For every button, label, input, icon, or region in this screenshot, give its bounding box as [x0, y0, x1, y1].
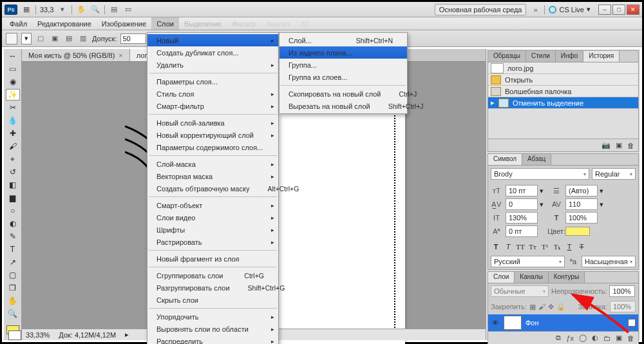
menu-item-align[interactable]: Выровнять слои по области▸ — [147, 323, 278, 335]
tool-lasso[interactable]: ◉ — [6, 76, 20, 88]
group-icon[interactable]: 🗀 — [603, 334, 611, 342]
close-icon[interactable]: × — [118, 52, 122, 59]
menu-select[interactable]: Выделение — [179, 17, 227, 30]
font-style-dropdown[interactable]: Regular▾ — [592, 168, 636, 180]
fx-icon[interactable]: ƒx — [566, 334, 574, 342]
underline-button[interactable]: T — [564, 242, 574, 252]
bold-button[interactable]: T — [491, 242, 501, 252]
status-zoom[interactable]: 33,33% — [26, 331, 50, 339]
chevron-down-icon[interactable]: ▾ — [57, 5, 68, 15]
leading-input[interactable]: (Авто) — [565, 185, 598, 196]
tab-paths[interactable]: Контуры — [549, 272, 585, 283]
doc-tab-0[interactable]: Моя кисть @ 50% (RGB/8)× — [22, 49, 130, 61]
text-color-swatch[interactable] — [565, 227, 590, 236]
adjustment-icon[interactable]: ◐ — [592, 334, 598, 342]
workspace-more-icon[interactable]: » — [530, 5, 540, 15]
menu-item-rasterize[interactable]: Растрировать▸ — [147, 236, 278, 248]
tab-character[interactable]: Символ — [488, 154, 522, 165]
baseline-input[interactable]: 0 пт — [506, 225, 538, 237]
tool-history-brush[interactable]: ↺ — [6, 166, 20, 178]
tool-marquee[interactable]: ▭ — [6, 63, 20, 75]
font-size-input[interactable]: 10 пт — [506, 185, 538, 196]
cs-live-button[interactable]: CS Live ▾ — [549, 5, 591, 14]
menu-image[interactable]: Изображение — [97, 17, 151, 30]
menu-item-group-layers[interactable]: Сгруппировать слоиCtrl+G — [147, 269, 278, 282]
vscale-input[interactable]: 130% — [506, 212, 538, 224]
allcaps-button[interactable]: TT — [515, 242, 526, 252]
tool-preset-dropdown[interactable]: ▾ — [21, 33, 32, 44]
menu-item-fill-layer[interactable]: Новый слой-заливка▸ — [147, 117, 278, 129]
strike-button[interactable]: T — [576, 242, 587, 252]
submenu-item-cut-to-new[interactable]: Вырезать на новый слойShift+Ctrl+J — [279, 100, 407, 112]
window-maximize-button[interactable]: □ — [612, 5, 625, 15]
submenu-item-layer[interactable]: Слой...Shift+Ctrl+N — [279, 34, 407, 46]
selection-new-icon[interactable]: ▢ — [35, 33, 46, 44]
tool-dodge[interactable]: ◐ — [6, 218, 20, 229]
menu-item-duplicate[interactable]: Создать дубликат слоя... — [147, 46, 278, 59]
submenu-item-from-background[interactable]: Из заднего плана... — [279, 46, 407, 59]
zoom-tool-icon[interactable]: 🔍 — [90, 5, 100, 15]
menu-item-fonts[interactable]: Шрифты▸ — [147, 224, 278, 236]
lock-position-icon[interactable]: ✥ — [548, 303, 554, 311]
history-new-state-icon[interactable]: ▣ — [616, 141, 622, 149]
antialias-dropdown[interactable]: Насыщенная▾ — [582, 256, 636, 267]
tab-channels[interactable]: Каналы — [515, 272, 549, 283]
selection-intersect-icon[interactable]: ▥ — [78, 33, 88, 44]
screen-mode-icon[interactable]: ▭ — [123, 5, 133, 15]
window-minimize-button[interactable]: – — [598, 5, 611, 15]
tab-layers[interactable]: Слои — [488, 272, 515, 283]
menu-item-layer-options[interactable]: Параметры слоя... — [147, 75, 278, 88]
tool-move[interactable]: ↔ — [6, 50, 20, 62]
current-tool-icon[interactable] — [6, 33, 17, 44]
bridge-icon[interactable]: ▦ — [21, 5, 32, 15]
new-layer-icon[interactable]: ▣ — [616, 334, 622, 342]
menu-item-delete[interactable]: Удалить▸ — [147, 59, 278, 71]
tool-zoom[interactable]: 🔍 — [6, 308, 20, 320]
menu-item-vector-mask[interactable]: Векторная маска▸ — [147, 170, 278, 182]
fill-input[interactable]: 100% — [610, 301, 636, 312]
tool-stamp[interactable]: ⌖ — [6, 153, 20, 165]
selection-add-icon[interactable]: ▣ — [50, 33, 60, 44]
link-layers-icon[interactable]: ⧉ — [556, 334, 561, 342]
status-doc-size[interactable]: Док: 4,12M/4,12M — [59, 331, 116, 339]
menu-item-smart-object[interactable]: Смарт-объект▸ — [147, 199, 278, 211]
menu-item-new-slice[interactable]: Новый фрагмент из слоя — [147, 253, 278, 265]
menu-edit[interactable]: Редактирование — [32, 17, 97, 30]
tool-brush[interactable]: 🖌 — [6, 140, 20, 152]
tool-path[interactable]: ↗ — [6, 256, 20, 268]
tool-type[interactable]: T — [6, 244, 20, 255]
tool-pen[interactable]: ✎ — [6, 231, 20, 242]
tool-magic-wand[interactable]: ✨ — [6, 89, 20, 100]
tool-eyedropper[interactable]: 💧 — [6, 115, 20, 126]
tool-eraser[interactable]: ◧ — [6, 179, 20, 191]
smallcaps-button[interactable]: Tт — [527, 242, 538, 252]
language-dropdown[interactable]: Русский▾ — [491, 256, 565, 267]
history-snapshot[interactable]: лого.jpg — [488, 62, 638, 74]
submenu-item-copy-to-new[interactable]: Скопировать на новый слойCtrl+J — [279, 88, 407, 100]
tab-info[interactable]: Инфо — [556, 51, 584, 62]
menu-item-adjustment-layer[interactable]: Новый корректирующий слой▸ — [147, 129, 278, 141]
window-close-button[interactable]: ✕ — [627, 5, 639, 15]
menu-3d[interactable]: 3D — [295, 17, 314, 30]
menu-analysis[interactable]: Анализ — [261, 17, 295, 30]
menu-file[interactable]: Файл — [5, 17, 32, 30]
lock-transparency-icon[interactable]: ▦ — [529, 303, 536, 311]
tab-history[interactable]: История — [583, 51, 620, 62]
menu-item-distribute[interactable]: Распределить▸ — [147, 335, 278, 344]
history-new-snapshot-icon[interactable]: 📷 — [601, 141, 611, 149]
lock-all-icon[interactable]: 🔒 — [556, 303, 565, 311]
history-step[interactable]: Открыть — [488, 74, 638, 86]
history-step-current[interactable]: ▸ Отменить выделение — [488, 97, 638, 109]
trash-icon[interactable]: 🗑 — [627, 334, 634, 342]
status-arrow-icon[interactable]: ▸ — [125, 330, 129, 339]
menu-filter[interactable]: Фильтр — [227, 17, 261, 30]
kerning-input[interactable]: 0 — [506, 198, 538, 210]
menu-item-smart-filter[interactable]: Смарт-фильтр▸ — [147, 100, 278, 112]
arrange-docs-icon[interactable]: ▤ — [109, 5, 119, 15]
tool-crop[interactable]: ✂ — [6, 102, 20, 113]
tolerance-input[interactable] — [120, 33, 146, 44]
trash-icon[interactable]: 🗑 — [627, 142, 634, 149]
submenu-item-group-from-layers[interactable]: Группа из слоев... — [279, 71, 407, 83]
superscript-button[interactable]: T¹ — [540, 242, 550, 252]
zoom-display[interactable]: 33,3 — [40, 6, 53, 14]
